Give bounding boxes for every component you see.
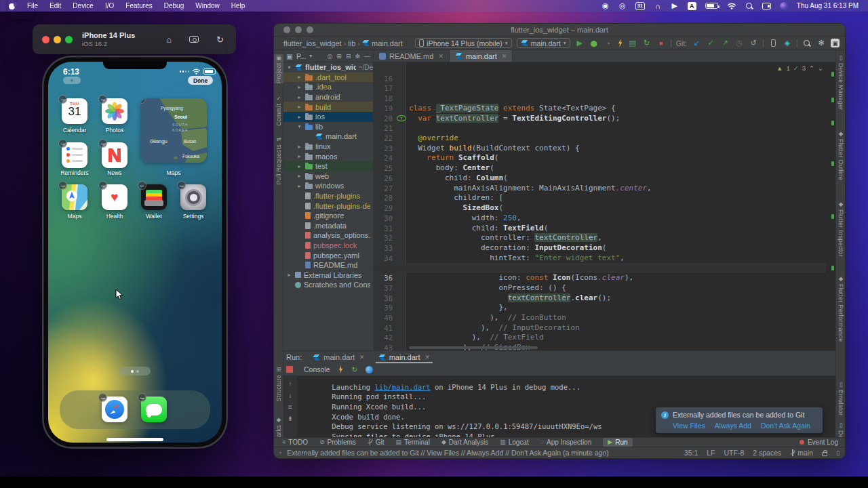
toolwindow-run[interactable]: ▶Run <box>603 438 632 447</box>
dont-ask-again-link[interactable]: Don't Ask Again <box>761 422 810 430</box>
file-encoding[interactable]: UTF-8 <box>724 449 745 457</box>
project-tree-item[interactable]: Scratches and Consoles <box>283 280 373 290</box>
code-line[interactable]: 30 controller: textController, <box>374 203 826 214</box>
tree-chevron-icon[interactable]: ▸ <box>296 183 302 189</box>
page-dots-pill[interactable] <box>119 367 151 375</box>
panel-settings-icon[interactable]: ✻ <box>355 53 360 60</box>
hot-reload-icon[interactable] <box>338 365 344 373</box>
toolwindow-problems[interactable]: ⊘Problems <box>319 439 356 446</box>
breadcrumb-root[interactable]: flutter_ios_widget <box>283 39 342 47</box>
project-tree-item[interactable]: ▸ web <box>283 171 373 182</box>
devtools-icon[interactable]: ▤ <box>628 39 637 48</box>
toolwindow-emulator[interactable]: ▯Emulator <box>836 381 846 415</box>
search-everywhere-icon[interactable] <box>802 39 812 48</box>
code-line[interactable]: 43 ElevatedButton( <box>374 333 826 343</box>
remove-app-badge[interactable]: – <box>177 181 186 190</box>
code-line[interactable]: 28 width: 250, <box>374 184 826 194</box>
caret-position[interactable]: 35:1 <box>684 449 698 457</box>
rollback-icon[interactable]: ↺ <box>749 39 758 48</box>
close-tab-icon[interactable]: ✕ <box>359 354 365 361</box>
code-line[interactable]: 24 child: Column( <box>374 144 826 154</box>
code-line[interactable]: 26 children: [ <box>374 163 826 174</box>
scroll-down-icon[interactable]: ↓ <box>289 392 292 399</box>
code-line[interactable]: 21 ↑ Widget build(BuildContext context) … <box>374 114 826 124</box>
line-ending[interactable]: LF <box>707 449 715 457</box>
project-tree-item[interactable]: ▸ build <box>283 102 373 112</box>
headphones-icon[interactable]: ∩ <box>654 1 662 10</box>
toolwindow-commit[interactable]: ✓Commit <box>274 95 283 126</box>
ide-titlebar[interactable]: flutter_ios_widget – main.dart <box>274 24 845 37</box>
code-line[interactable]: 25 mainAxisAlignment: MainAxisAlignment.… <box>374 153 826 163</box>
code-line[interactable]: 40 ), // TextField <box>374 303 826 313</box>
breadcrumb-dir[interactable]: lib <box>348 39 355 47</box>
messages-dock-icon[interactable]: – <box>141 396 167 422</box>
toolwindow-pull-requests[interactable]: ⇄Pull Requests <box>274 136 283 184</box>
remove-app-badge[interactable]: – <box>138 181 146 190</box>
code-editor[interactable]: 16 17 class _TextPageState extends State… <box>374 62 835 350</box>
menu-features[interactable]: Features <box>125 2 152 9</box>
error-stripe[interactable] <box>831 62 834 350</box>
attach-debugger-icon[interactable]: ◈ <box>783 39 792 48</box>
breadcrumb-file[interactable]: main.dart <box>372 39 403 47</box>
screen-record-icon[interactable]: ◉ <box>601 1 610 10</box>
run-tab-2[interactable]: main.dart✕ <box>374 351 434 363</box>
code-line[interactable]: 32 hintText: "Enter widget text", <box>374 224 826 234</box>
code-line[interactable]: 31 decoration: InputDecoration( <box>374 214 826 224</box>
tree-chevron-icon[interactable]: ▸ <box>296 163 302 169</box>
menu-edit[interactable]: Edit <box>50 2 61 9</box>
code-line[interactable]: 37 }, <box>374 273 826 283</box>
add-widget-button[interactable]: + <box>63 77 81 84</box>
toolwindow-device-manager[interactable]: ▯Device Manager <box>836 54 846 110</box>
wifi-icon[interactable] <box>727 3 736 9</box>
close-tab-icon[interactable]: ✕ <box>438 53 443 60</box>
code-line[interactable]: 35 onPressed: () { <box>374 253 826 264</box>
project-tree-item[interactable]: .gitignore <box>283 211 373 221</box>
scroll-to-end-icon[interactable]: ⇟ <box>288 415 293 422</box>
tree-chevron-icon[interactable]: ▸ <box>296 104 302 110</box>
profile-button[interactable]: ◔ <box>604 39 613 48</box>
locate-file-icon[interactable]: ◎ <box>328 53 333 60</box>
maximize-button[interactable] <box>65 36 73 43</box>
hot-restart-icon[interactable]: ↻ <box>352 365 358 373</box>
menu-debug[interactable]: Debug <box>164 2 184 9</box>
maps-widget[interactable]: Pyongyang Seoul SOUTH KOREA Gwangju Busa… <box>140 98 207 163</box>
calendar-app-icon[interactable]: THU31 – <box>62 98 87 124</box>
code-line[interactable]: 16 <box>374 64 826 74</box>
toolwindow-flutter-performance[interactable]: ◆Flutter Performance <box>836 275 846 342</box>
code-line[interactable]: 20 @override <box>374 104 826 114</box>
git-push-icon[interactable]: ↗ <box>720 39 730 48</box>
reminders-app-icon[interactable]: – <box>62 142 87 168</box>
always-add-link[interactable]: Always Add <box>715 422 751 430</box>
hot-restart-icon[interactable]: ↻ <box>642 39 652 48</box>
simulator-window-titlebar[interactable]: iPhone 14 Plus iOS 16.2 ⌂ ↻ <box>33 24 236 54</box>
rotate-icon[interactable]: ↻ <box>216 35 224 45</box>
indent-setting[interactable]: 2 spaces <box>753 449 781 457</box>
code-line[interactable]: 18 var textController = TextEditingContr… <box>374 83 826 94</box>
remove-app-badge[interactable]: – <box>98 95 107 104</box>
status-squares-icon[interactable]: ▫ <box>279 449 281 456</box>
control-center-icon[interactable] <box>762 3 771 9</box>
project-view-selector[interactable]: P... <box>296 52 306 60</box>
hot-reload-icon[interactable] <box>618 39 623 47</box>
remove-app-badge[interactable]: – <box>58 95 67 104</box>
project-tree-item[interactable]: pubspec.lock <box>283 241 373 251</box>
project-tree-item[interactable]: ▸ android <box>283 92 373 102</box>
code-line[interactable]: 29 child: TextField( <box>374 193 826 203</box>
tree-chevron-icon[interactable]: ▸ <box>296 94 302 100</box>
toolwindow-flutter-outline[interactable]: ◆Flutter Outline <box>836 130 846 180</box>
code-line[interactable]: 17 class _TextPageState extends State<Te… <box>374 74 826 84</box>
scroll-up-icon[interactable]: ↑ <box>289 380 292 388</box>
hide-panel-icon[interactable]: — <box>364 53 370 60</box>
project-tree-item[interactable]: ▸ External Libraries <box>283 270 373 280</box>
soft-wrap-icon[interactable]: ≡ <box>288 403 292 411</box>
project-tree-item[interactable]: ▾ lib <box>283 122 373 132</box>
remove-app-badge[interactable]: – <box>98 181 107 190</box>
menu-file[interactable]: File <box>27 2 38 9</box>
code-line[interactable]: 22 return Scaffold( <box>374 123 826 134</box>
project-tree-item[interactable]: ▸ ios <box>283 112 373 122</box>
toolwindow-logcat[interactable]: ▥Logcat <box>500 439 529 446</box>
tree-chevron-icon[interactable]: ▾ <box>296 123 302 129</box>
toolwindow-project[interactable]: ▣Project <box>274 54 283 83</box>
close-button[interactable] <box>42 36 50 43</box>
project-tree-item[interactable]: README.md <box>283 260 373 270</box>
